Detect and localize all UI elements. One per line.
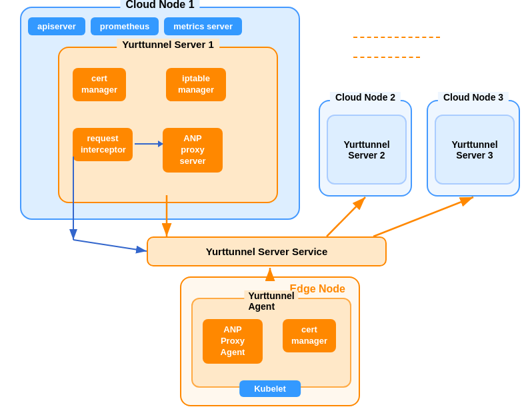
cloud-node-3-title: Cloud Node 3	[438, 92, 509, 103]
prometheus-button[interactable]: prometheus	[91, 17, 159, 35]
dashed-line-2	[353, 57, 420, 58]
kubelet-button[interactable]: Kubelet	[239, 380, 301, 397]
svg-line-5	[327, 197, 365, 236]
yurt-service-text: Yurttunnel Server Service	[206, 246, 328, 257]
arrow-ri-to-anp	[135, 143, 163, 145]
apiserver-button[interactable]: apiserver	[28, 17, 85, 35]
yurt-server-1: Yurttunnel Server 1 certmanager iptablem…	[58, 47, 278, 203]
cert-manager-button[interactable]: certmanager	[73, 68, 126, 101]
cloud-node-1: Cloud Node 1 apiserver prometheus metric…	[20, 7, 300, 220]
anp-proxy-agent-button[interactable]: ANP ProxyAgent	[203, 319, 263, 364]
diagram: Cloud Node 1 apiserver prometheus metric…	[0, 0, 532, 417]
cloud-node-1-title: Cloud Node 1	[120, 0, 199, 11]
cloud-node-2: Cloud Node 2 YurttunnelServer 2	[319, 100, 412, 197]
yurt-agent-title: YurttunnelAgent	[244, 290, 298, 312]
svg-line-6	[373, 197, 473, 236]
yurt-server-3-text: YurttunnelServer 3	[451, 139, 497, 161]
edge-node: Edge Node YurttunnelAgent ANP ProxyAgent…	[180, 276, 360, 406]
iptable-manager-button[interactable]: iptablemanager	[166, 68, 226, 101]
yurt-agent: YurttunnelAgent ANP ProxyAgent certmanag…	[191, 298, 351, 388]
cert-manager-edge-button[interactable]: certmanager	[283, 319, 336, 352]
yurt-service: Yurttunnel Server Service	[147, 236, 387, 266]
top-buttons: apiserver prometheus metrics server	[28, 17, 242, 35]
yurt-server-3-box: YurttunnelServer 3	[435, 115, 515, 185]
dashed-line-1	[353, 37, 440, 38]
yurt-server-2-text: YurttunnelServer 2	[343, 139, 389, 161]
cloud-node-3: Cloud Node 3 YurttunnelServer 3	[427, 100, 520, 197]
metrics-server-button[interactable]: metrics server	[164, 17, 242, 35]
yurt-server-1-title: Yurttunnel Server 1	[117, 39, 219, 50]
cloud-node-2-title: Cloud Node 2	[330, 92, 401, 103]
yurt-server-2-box: YurttunnelServer 2	[327, 115, 407, 185]
anp-proxy-server-button[interactable]: ANP proxyserver	[163, 128, 223, 173]
svg-line-3	[73, 240, 147, 251]
request-interceptor-button[interactable]: requestinterceptor	[73, 128, 133, 161]
